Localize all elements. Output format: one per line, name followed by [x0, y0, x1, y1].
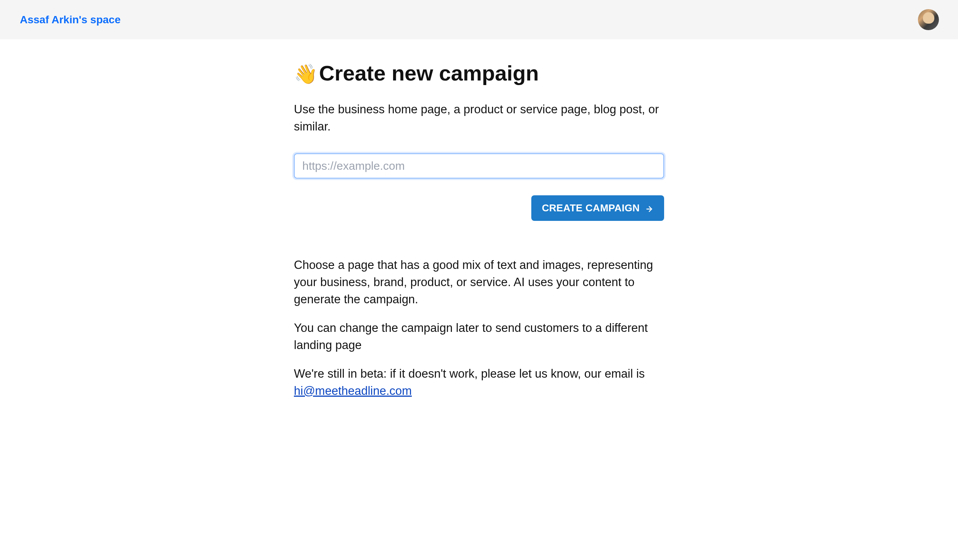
app-header: Assaf Arkin's space — [0, 0, 958, 39]
button-row: CREATE CAMPAIGN — [294, 195, 664, 221]
subtitle-text: Use the business home page, a product or… — [294, 101, 664, 135]
help-text: Choose a page that has a good mix of tex… — [294, 257, 664, 400]
help-p3-prefix: We're still in beta: if it doesn't work,… — [294, 367, 645, 380]
avatar[interactable] — [918, 9, 939, 30]
help-paragraph-1: Choose a page that has a good mix of tex… — [294, 257, 664, 308]
create-button-label: CREATE CAMPAIGN — [542, 202, 640, 214]
main-content: 👋Create new campaign Use the business ho… — [294, 39, 664, 400]
arrow-right-icon — [645, 204, 653, 212]
help-paragraph-3: We're still in beta: if it doesn't work,… — [294, 365, 664, 400]
create-campaign-button[interactable]: CREATE CAMPAIGN — [531, 195, 664, 221]
page-title: 👋Create new campaign — [294, 61, 664, 85]
wave-emoji-icon: 👋 — [294, 63, 318, 85]
support-email-link[interactable]: hi@meetheadline.com — [294, 384, 412, 397]
help-paragraph-2: You can change the campaign later to sen… — [294, 320, 664, 354]
page-title-text: Create new campaign — [319, 61, 539, 85]
workspace-name-link[interactable]: Assaf Arkin's space — [20, 14, 121, 26]
url-input[interactable] — [294, 153, 664, 179]
